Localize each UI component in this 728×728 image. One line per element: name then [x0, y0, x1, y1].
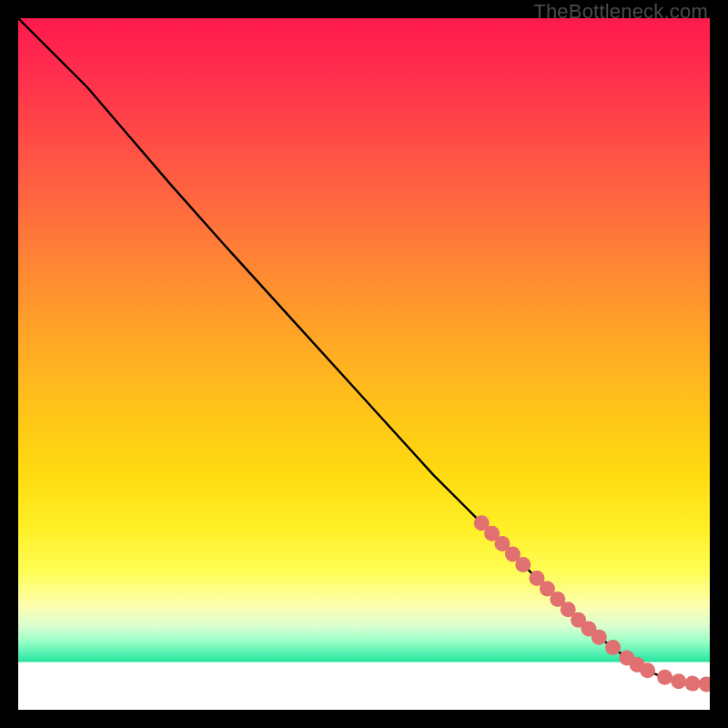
chart-svg [18, 18, 710, 710]
chart-marker [640, 662, 655, 678]
chart-marker [657, 670, 672, 685]
chart-markers [474, 515, 710, 692]
chart-marker [671, 673, 686, 689]
chart-marker [685, 676, 701, 692]
chart-marker [592, 630, 607, 645]
watermark-text: TheBottleneck.com [533, 0, 708, 24]
chart-marker [515, 557, 531, 572]
chart-marker [699, 676, 710, 692]
chart-curve [18, 18, 710, 684]
chart-marker [605, 640, 621, 655]
